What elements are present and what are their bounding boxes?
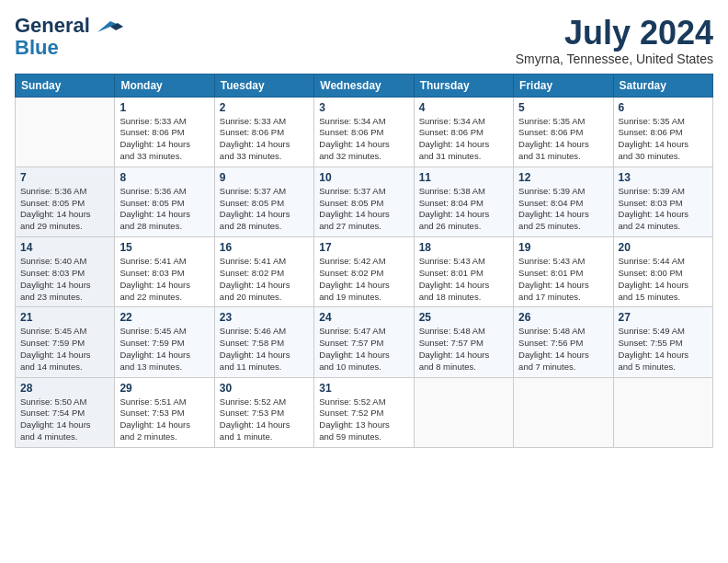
calendar-cell: 6Sunrise: 5:35 AMSunset: 8:06 PMDaylight… <box>613 97 712 167</box>
weekday-header: Tuesday <box>214 74 313 97</box>
weekday-header: Monday <box>115 74 214 97</box>
calendar-week-row: 14Sunrise: 5:40 AMSunset: 8:03 PMDayligh… <box>16 237 713 307</box>
day-info: Sunrise: 5:52 AMSunset: 7:53 PMDaylight:… <box>220 396 309 443</box>
calendar-cell: 12Sunrise: 5:39 AMSunset: 8:04 PMDayligh… <box>514 167 613 236</box>
day-number: 29 <box>119 382 209 395</box>
day-number: 23 <box>220 311 309 324</box>
day-info: Sunrise: 5:48 AMSunset: 7:56 PMDaylight:… <box>518 326 608 373</box>
day-info: Sunrise: 5:38 AMSunset: 8:04 PMDaylight:… <box>419 186 508 233</box>
day-info: Sunrise: 5:45 AMSunset: 7:59 PMDaylight:… <box>119 326 209 373</box>
calendar-cell: 18Sunrise: 5:43 AMSunset: 8:01 PMDayligh… <box>414 237 513 307</box>
day-number: 30 <box>220 382 309 395</box>
day-info: Sunrise: 5:39 AMSunset: 8:04 PMDaylight:… <box>518 186 608 233</box>
day-info: Sunrise: 5:41 AMSunset: 8:03 PMDaylight:… <box>119 256 209 303</box>
calendar-cell: 15Sunrise: 5:41 AMSunset: 8:03 PMDayligh… <box>115 237 214 307</box>
weekday-header: Wednesday <box>314 74 414 97</box>
calendar-cell: 13Sunrise: 5:39 AMSunset: 8:03 PMDayligh… <box>613 167 712 236</box>
day-number: 28 <box>20 382 109 395</box>
day-number: 19 <box>518 241 608 254</box>
calendar-cell: 31Sunrise: 5:52 AMSunset: 7:52 PMDayligh… <box>314 377 414 447</box>
day-info: Sunrise: 5:46 AMSunset: 7:58 PMDaylight:… <box>220 326 309 373</box>
day-info: Sunrise: 5:43 AMSunset: 8:01 PMDaylight:… <box>419 256 508 303</box>
day-info: Sunrise: 5:47 AMSunset: 7:57 PMDaylight:… <box>319 326 408 373</box>
day-info: Sunrise: 5:34 AMSunset: 8:06 PMDaylight:… <box>419 116 508 163</box>
calendar-cell: 17Sunrise: 5:42 AMSunset: 8:02 PMDayligh… <box>314 237 414 307</box>
day-info: Sunrise: 5:33 AMSunset: 8:06 PMDaylight:… <box>119 116 209 163</box>
day-number: 2 <box>220 101 309 114</box>
calendar-cell: 21Sunrise: 5:45 AMSunset: 7:59 PMDayligh… <box>16 307 115 377</box>
logo: General Blue <box>15 15 123 59</box>
calendar-week-row: 21Sunrise: 5:45 AMSunset: 7:59 PMDayligh… <box>16 307 713 377</box>
calendar-cell <box>16 97 115 167</box>
day-info: Sunrise: 5:37 AMSunset: 8:05 PMDaylight:… <box>220 186 309 233</box>
day-info: Sunrise: 5:33 AMSunset: 8:06 PMDaylight:… <box>220 116 309 163</box>
calendar-cell: 25Sunrise: 5:48 AMSunset: 7:57 PMDayligh… <box>414 307 513 377</box>
calendar-cell: 20Sunrise: 5:44 AMSunset: 8:00 PMDayligh… <box>613 237 712 307</box>
calendar-cell: 11Sunrise: 5:38 AMSunset: 8:04 PMDayligh… <box>414 167 513 236</box>
location: Smyrna, Tennessee, United States <box>516 52 713 66</box>
calendar-week-row: 1Sunrise: 5:33 AMSunset: 8:06 PMDaylight… <box>16 97 713 167</box>
day-info: Sunrise: 5:48 AMSunset: 7:57 PMDaylight:… <box>419 326 508 373</box>
calendar-cell <box>613 377 712 447</box>
weekday-header: Friday <box>514 74 613 97</box>
day-number: 14 <box>20 241 109 254</box>
calendar-cell: 8Sunrise: 5:36 AMSunset: 8:05 PMDaylight… <box>115 167 214 236</box>
day-info: Sunrise: 5:44 AMSunset: 8:00 PMDaylight:… <box>619 256 708 303</box>
day-info: Sunrise: 5:49 AMSunset: 7:55 PMDaylight:… <box>619 326 708 373</box>
day-number: 5 <box>518 101 608 114</box>
day-number: 18 <box>419 241 508 254</box>
day-number: 15 <box>119 241 209 254</box>
day-info: Sunrise: 5:51 AMSunset: 7:53 PMDaylight:… <box>119 396 209 443</box>
calendar-cell: 10Sunrise: 5:37 AMSunset: 8:05 PMDayligh… <box>314 167 414 236</box>
day-number: 17 <box>319 241 408 254</box>
day-number: 21 <box>20 311 109 324</box>
day-info: Sunrise: 5:36 AMSunset: 8:05 PMDaylight:… <box>119 186 209 233</box>
calendar-cell: 24Sunrise: 5:47 AMSunset: 7:57 PMDayligh… <box>314 307 414 377</box>
day-info: Sunrise: 5:34 AMSunset: 8:06 PMDaylight:… <box>319 116 408 163</box>
day-number: 16 <box>220 241 309 254</box>
calendar-cell: 19Sunrise: 5:43 AMSunset: 8:01 PMDayligh… <box>514 237 613 307</box>
day-info: Sunrise: 5:35 AMSunset: 8:06 PMDaylight:… <box>619 116 708 163</box>
page-header: General Blue July 2024 Smyrna, Tennessee… <box>15 15 713 66</box>
calendar-cell <box>414 377 513 447</box>
calendar-header-row: SundayMondayTuesdayWednesdayThursdayFrid… <box>16 74 713 97</box>
day-number: 20 <box>619 241 708 254</box>
day-number: 25 <box>419 311 508 324</box>
day-info: Sunrise: 5:45 AMSunset: 7:59 PMDaylight:… <box>20 326 109 373</box>
day-number: 24 <box>319 311 408 324</box>
day-number: 7 <box>20 171 109 184</box>
calendar-cell: 4Sunrise: 5:34 AMSunset: 8:06 PMDaylight… <box>414 97 513 167</box>
day-number: 31 <box>319 382 408 395</box>
day-number: 11 <box>419 171 508 184</box>
calendar-week-row: 7Sunrise: 5:36 AMSunset: 8:05 PMDaylight… <box>16 167 713 236</box>
month-title: July 2024 <box>516 15 713 52</box>
day-info: Sunrise: 5:42 AMSunset: 8:02 PMDaylight:… <box>319 256 408 303</box>
calendar-cell: 2Sunrise: 5:33 AMSunset: 8:06 PMDaylight… <box>214 97 313 167</box>
weekday-header: Saturday <box>613 74 712 97</box>
day-info: Sunrise: 5:36 AMSunset: 8:05 PMDaylight:… <box>20 186 109 233</box>
calendar-cell: 14Sunrise: 5:40 AMSunset: 8:03 PMDayligh… <box>16 237 115 307</box>
logo-blue: Blue <box>15 37 59 59</box>
day-number: 4 <box>419 101 508 114</box>
calendar-cell: 30Sunrise: 5:52 AMSunset: 7:53 PMDayligh… <box>214 377 313 447</box>
day-number: 27 <box>619 311 708 324</box>
weekday-header: Thursday <box>414 74 513 97</box>
calendar-cell: 26Sunrise: 5:48 AMSunset: 7:56 PMDayligh… <box>514 307 613 377</box>
weekday-header: Sunday <box>16 74 115 97</box>
calendar-cell: 22Sunrise: 5:45 AMSunset: 7:59 PMDayligh… <box>115 307 214 377</box>
logo-general: General <box>15 14 90 37</box>
day-info: Sunrise: 5:37 AMSunset: 8:05 PMDaylight:… <box>319 186 408 233</box>
calendar-cell: 1Sunrise: 5:33 AMSunset: 8:06 PMDaylight… <box>115 97 214 167</box>
calendar-cell: 5Sunrise: 5:35 AMSunset: 8:06 PMDaylight… <box>514 97 613 167</box>
calendar-cell: 16Sunrise: 5:41 AMSunset: 8:02 PMDayligh… <box>214 237 313 307</box>
day-number: 26 <box>518 311 608 324</box>
calendar-cell: 3Sunrise: 5:34 AMSunset: 8:06 PMDaylight… <box>314 97 414 167</box>
calendar-cell: 28Sunrise: 5:50 AMSunset: 7:54 PMDayligh… <box>16 377 115 447</box>
calendar-cell: 27Sunrise: 5:49 AMSunset: 7:55 PMDayligh… <box>613 307 712 377</box>
day-number: 22 <box>119 311 209 324</box>
day-number: 12 <box>518 171 608 184</box>
day-info: Sunrise: 5:35 AMSunset: 8:06 PMDaylight:… <box>518 116 608 163</box>
day-number: 3 <box>319 101 408 114</box>
day-number: 1 <box>119 101 209 114</box>
calendar-cell: 9Sunrise: 5:37 AMSunset: 8:05 PMDaylight… <box>214 167 313 236</box>
